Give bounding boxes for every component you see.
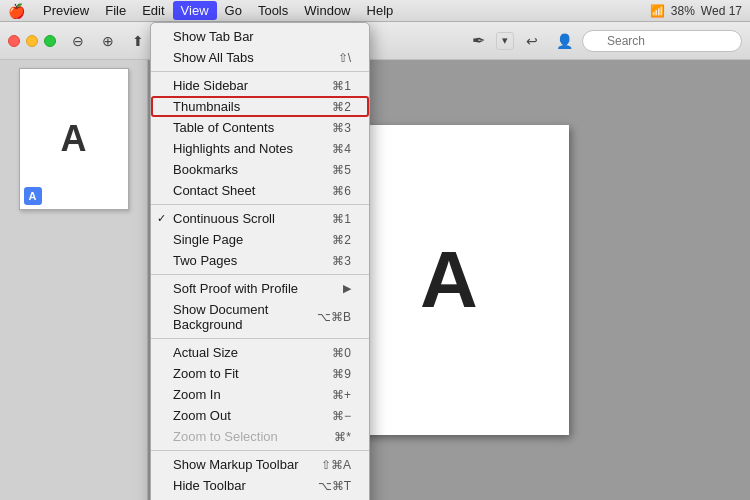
menu-item-label: Soft Proof with Profile — [173, 281, 298, 296]
share-button[interactable]: ⬆ — [124, 29, 152, 53]
menubar-tools[interactable]: Tools — [250, 1, 296, 20]
menubar-status: 📶 38% Wed 17 — [650, 4, 742, 18]
menu-item-shortcut: ⌘3 — [332, 121, 351, 135]
menu-item-label: Two Pages — [173, 253, 237, 268]
menu-divider — [151, 338, 369, 339]
zoom-out-button[interactable]: ⊖ — [64, 29, 92, 53]
fullscreen-button[interactable] — [44, 35, 56, 47]
traffic-lights — [8, 35, 56, 47]
menu-item-shortcut: ⌘2 — [332, 100, 351, 114]
menu-divider — [151, 274, 369, 275]
menu-item[interactable]: Bookmarks⌘5 — [151, 159, 369, 180]
menubar-go[interactable]: Go — [217, 1, 250, 20]
menu-item-label: Actual Size — [173, 345, 238, 360]
menu-item[interactable]: Two Pages⌘3 — [151, 250, 369, 271]
menu-item-label: Contact Sheet — [173, 183, 255, 198]
menu-item-label: Table of Contents — [173, 120, 274, 135]
menu-item[interactable]: Zoom to Selection⌘* — [151, 426, 369, 447]
main-area: A A A — [0, 60, 750, 500]
menubar-edit[interactable]: Edit — [134, 1, 172, 20]
toolbar-nav-icons: ⊖ ⊕ ⬆ — [64, 29, 152, 53]
search-wrapper: 🔍 — [582, 30, 742, 52]
menu-item[interactable]: Actual Size⌘0 — [151, 342, 369, 363]
menubar-help[interactable]: Help — [359, 1, 402, 20]
thumbnail-item[interactable]: A A — [19, 68, 129, 210]
menu-item-label: Zoom to Selection — [173, 429, 278, 444]
apple-menu[interactable]: 🍎 — [8, 3, 25, 19]
zoom-in-button[interactable]: ⊕ — [94, 29, 122, 53]
menu-item-label: Show Markup Toolbar — [173, 457, 299, 472]
menu-item-shortcut: ⌥⌘B — [317, 310, 351, 324]
menu-item[interactable]: Show Markup Toolbar⇧⌘A — [151, 454, 369, 475]
app-window: ⊖ ⊕ ⬆ A (1 page) ✒ ▾ ↩ 👤 🔍 A A A — [0, 22, 750, 500]
menu-item[interactable]: Single Page⌘2 — [151, 229, 369, 250]
menu-item[interactable]: Show Tab Bar — [151, 26, 369, 47]
menu-item-shortcut: ⌘0 — [332, 346, 351, 360]
menubar-view[interactable]: View — [173, 1, 217, 20]
menu-item-shortcut: ⌘+ — [332, 388, 351, 402]
menu-item[interactable]: Show Document Background⌥⌘B — [151, 299, 369, 335]
toolbar: ⊖ ⊕ ⬆ A (1 page) ✒ ▾ ↩ 👤 🔍 — [0, 22, 750, 60]
menu-item-label: Highlights and Notes — [173, 141, 293, 156]
menu-item-shortcut: ⌘9 — [332, 367, 351, 381]
pen-tool-button[interactable]: ✒ — [464, 29, 492, 53]
menu-item-shortcut: ⇧⌘A — [321, 458, 351, 472]
menu-item-label: Hide Toolbar — [173, 478, 246, 493]
menubar-window[interactable]: Window — [296, 1, 358, 20]
menu-item-label: Zoom In — [173, 387, 221, 402]
menu-item[interactable]: Contact Sheet⌘6 — [151, 180, 369, 201]
menu-item[interactable]: Zoom to Fit⌘9 — [151, 363, 369, 384]
menu-divider — [151, 204, 369, 205]
menu-item[interactable]: Show All Tabs⇧\ — [151, 47, 369, 68]
menu-item[interactable]: Hide Toolbar⌥⌘T — [151, 475, 369, 496]
menu-item[interactable]: Highlights and Notes⌘4 — [151, 138, 369, 159]
menu-item[interactable]: Customize Toolbar... — [151, 496, 369, 500]
menubar-file[interactable]: File — [97, 1, 134, 20]
wifi-icon: 📶 — [650, 4, 665, 18]
menu-item-shortcut: ⌘6 — [332, 184, 351, 198]
menu-item-label: Show Document Background — [173, 302, 317, 332]
menu-item-shortcut: ⌘1 — [332, 212, 351, 226]
menu-item-shortcut: ⌘* — [334, 430, 351, 444]
menu-item-label: Zoom to Fit — [173, 366, 239, 381]
toolbar-right-icons: ✒ ▾ ↩ 👤 🔍 — [464, 29, 742, 53]
menu-item-shortcut: ⌘5 — [332, 163, 351, 177]
menu-item[interactable]: Table of Contents⌘3 — [151, 117, 369, 138]
menubar: 🍎 Preview File Edit View Go Tools Window… — [0, 0, 750, 22]
menu-item-shortcut: ⌘− — [332, 409, 351, 423]
menubar-preview[interactable]: Preview — [35, 1, 97, 20]
menu-item-label: Bookmarks — [173, 162, 238, 177]
menu-item-shortcut: ⇧\ — [338, 51, 351, 65]
menu-item-label: Thumbnails — [173, 99, 240, 114]
rotate-button[interactable]: ↩ — [518, 29, 546, 53]
menu-item-label: Hide Sidebar — [173, 78, 248, 93]
minimize-button[interactable] — [26, 35, 38, 47]
datetime: Wed 17 — [701, 4, 742, 18]
menu-item-label: Show All Tabs — [173, 50, 254, 65]
menu-item[interactable]: Hide Sidebar⌘1 — [151, 75, 369, 96]
menu-item[interactable]: Zoom In⌘+ — [151, 384, 369, 405]
view-dropdown-menu: Show Tab BarShow All Tabs⇧\Hide Sidebar⌘… — [150, 22, 370, 500]
close-button[interactable] — [8, 35, 20, 47]
menu-item-shortcut: ⌥⌘T — [318, 479, 351, 493]
menu-item[interactable]: ✓Continuous Scroll⌘1 — [151, 208, 369, 229]
menu-item-label: Single Page — [173, 232, 243, 247]
menu-item-shortcut: ⌘4 — [332, 142, 351, 156]
menu-item[interactable]: Thumbnails⌘2 — [151, 96, 369, 117]
checkmark-icon: ✓ — [157, 212, 166, 225]
menu-item-label: Continuous Scroll — [173, 211, 275, 226]
menu-divider — [151, 450, 369, 451]
person-button[interactable]: 👤 — [550, 29, 578, 53]
search-input[interactable] — [582, 30, 742, 52]
menu-divider — [151, 71, 369, 72]
sidebar: A A — [0, 60, 148, 500]
menu-item-label: Show Tab Bar — [173, 29, 254, 44]
menu-item[interactable]: Zoom Out⌘− — [151, 405, 369, 426]
menu-item-shortcut: ⌘1 — [332, 79, 351, 93]
submenu-arrow-icon: ▶ — [343, 282, 351, 295]
menu-item-label: Zoom Out — [173, 408, 231, 423]
battery-status: 38% — [671, 4, 695, 18]
pen-dropdown[interactable]: ▾ — [496, 32, 514, 50]
thumbnail-badge: A — [24, 187, 42, 205]
menu-item[interactable]: Soft Proof with Profile▶ — [151, 278, 369, 299]
